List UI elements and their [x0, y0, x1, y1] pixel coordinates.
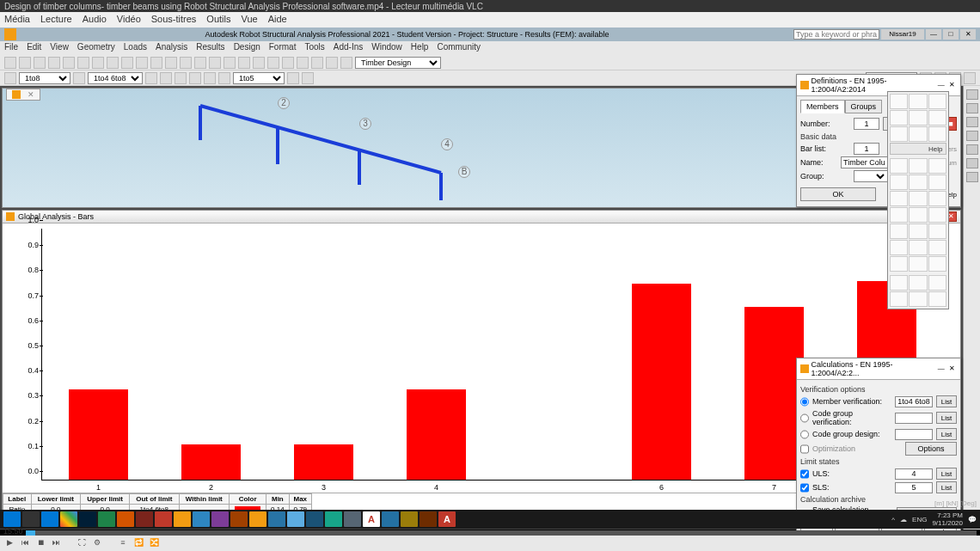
- palette-icon[interactable]: [928, 275, 946, 291]
- screenshot-icon[interactable]: [253, 57, 265, 69]
- palette-icon[interactable]: [909, 191, 927, 206]
- rsb-icon[interactable]: [966, 144, 978, 155]
- load-icon[interactable]: [194, 57, 206, 69]
- calc-list-button[interactable]: List: [936, 395, 957, 407]
- palette-icon[interactable]: [909, 158, 927, 174]
- app-icon[interactable]: [401, 511, 418, 527]
- calc-member-verif-radio[interactable]: [800, 396, 809, 407]
- menu-window[interactable]: Window: [371, 42, 402, 54]
- measure-icon[interactable]: [282, 57, 294, 69]
- calc-member-verif-input[interactable]: [895, 396, 933, 407]
- app-icon[interactable]: [306, 511, 323, 527]
- app-icon[interactable]: [344, 511, 361, 527]
- grid-icon[interactable]: [311, 57, 323, 69]
- autocad-icon[interactable]: A: [363, 511, 380, 527]
- onenote-icon[interactable]: [211, 511, 229, 527]
- edit-icon[interactable]: [340, 57, 352, 69]
- snap-icon[interactable]: [297, 57, 309, 69]
- calc-uls-input[interactable]: [895, 468, 933, 480]
- misc8-icon[interactable]: [302, 72, 314, 84]
- app-icon[interactable]: [420, 511, 437, 527]
- app-icon[interactable]: [268, 511, 285, 527]
- table-icon[interactable]: [238, 57, 250, 69]
- tray-lang[interactable]: ENG: [912, 516, 927, 523]
- misc7-icon[interactable]: [287, 72, 299, 84]
- palette-icon[interactable]: [909, 275, 927, 291]
- calc-list-button[interactable]: List: [936, 468, 957, 480]
- menu-geometry[interactable]: Geometry: [77, 42, 115, 54]
- vlc-loop-icon[interactable]: 🔁: [132, 538, 144, 548]
- rsb-icon[interactable]: [966, 89, 978, 100]
- case-selector[interactable]: 1to5: [233, 72, 285, 84]
- palette-icon[interactable]: [890, 94, 908, 109]
- palette-icon[interactable]: [928, 207, 946, 223]
- menu-format[interactable]: Format: [269, 42, 297, 54]
- viewport-tab-close[interactable]: ✕: [28, 90, 34, 99]
- palette-icon[interactable]: [890, 191, 908, 206]
- palette-icon[interactable]: [928, 110, 946, 126]
- vlc-menu-audio[interactable]: Audio: [83, 14, 107, 26]
- app-icon[interactable]: [325, 511, 342, 527]
- menu-tools[interactable]: Tools: [304, 42, 324, 54]
- palette-icon[interactable]: [909, 223, 927, 239]
- defs-tab-members[interactable]: Members: [800, 100, 845, 113]
- palette-icon[interactable]: [890, 158, 908, 174]
- menu-help[interactable]: Help: [411, 42, 429, 54]
- menu-edit[interactable]: Edit: [27, 42, 41, 54]
- tray-notifications-icon[interactable]: 💬: [968, 516, 977, 523]
- rsb-icon[interactable]: [966, 103, 978, 113]
- defs-number-input[interactable]: [854, 118, 879, 130]
- misc4-icon[interactable]: [189, 72, 201, 84]
- palette-help[interactable]: Help: [890, 143, 946, 155]
- results-icon[interactable]: [224, 57, 236, 69]
- calc-code-verif-input[interactable]: [895, 413, 933, 424]
- calc-close-icon[interactable]: ✕: [947, 364, 957, 374]
- vlc-settings-icon[interactable]: ⚙: [91, 538, 103, 548]
- robot-icon[interactable]: [174, 511, 191, 527]
- defs-min-icon[interactable]: —: [936, 81, 946, 90]
- vlc-prev-icon[interactable]: ⏮: [19, 538, 31, 548]
- search-input[interactable]: [793, 29, 879, 40]
- palette-icon[interactable]: [928, 256, 946, 272]
- calc-code-design-input[interactable]: [895, 429, 933, 440]
- rsb-icon[interactable]: [966, 117, 978, 127]
- menu-results[interactable]: Results: [196, 42, 224, 54]
- palette-icon[interactable]: [909, 94, 927, 109]
- palette-icon[interactable]: [909, 207, 927, 223]
- vlc-stop-icon[interactable]: ⏹: [34, 538, 46, 548]
- calc-code-verif-radio[interactable]: [800, 413, 809, 424]
- menu-file[interactable]: File: [4, 42, 18, 54]
- menu-loads[interactable]: Loads: [124, 42, 147, 54]
- defs-ok-button[interactable]: OK: [800, 187, 876, 201]
- vlc-fullscreen-icon[interactable]: ⛶: [76, 538, 88, 548]
- delete-icon[interactable]: [136, 57, 148, 69]
- palette-icon[interactable]: [909, 256, 927, 272]
- calc-uls-check[interactable]: [800, 468, 809, 480]
- rsb-icon[interactable]: [966, 131, 978, 141]
- palette-icon[interactable]: [928, 291, 946, 307]
- calc-code-design-radio[interactable]: [800, 429, 809, 440]
- app-icon[interactable]: [230, 511, 248, 527]
- app-icon[interactable]: [117, 511, 134, 527]
- vlc-menu-aide[interactable]: Aide: [268, 14, 287, 26]
- palette-icon[interactable]: [909, 126, 927, 142]
- menu-design[interactable]: Design: [234, 42, 260, 54]
- menu-analysis[interactable]: Analysis: [156, 42, 187, 54]
- palette-icon[interactable]: [890, 291, 908, 307]
- calc-list-button[interactable]: List: [936, 428, 957, 440]
- calc-options-button[interactable]: Options: [905, 442, 957, 456]
- calc-sls-input[interactable]: [895, 482, 933, 493]
- vlc-next-icon[interactable]: ⏭: [50, 538, 62, 548]
- menu-addins[interactable]: Add-Ins: [334, 42, 363, 54]
- cut-icon[interactable]: [92, 57, 104, 69]
- copy-icon[interactable]: [107, 57, 119, 69]
- vlc-menu-vue[interactable]: Vue: [241, 14, 257, 26]
- layout-select[interactable]: Timber Design: [355, 57, 441, 69]
- misc2-icon[interactable]: [160, 72, 172, 84]
- misc5-icon[interactable]: [204, 72, 216, 84]
- node-selector[interactable]: 1to8: [19, 72, 70, 84]
- support-icon[interactable]: [180, 57, 192, 69]
- palette-icon[interactable]: [928, 94, 946, 109]
- view4-icon[interactable]: [964, 72, 976, 84]
- defs-group-select[interactable]: [854, 170, 888, 182]
